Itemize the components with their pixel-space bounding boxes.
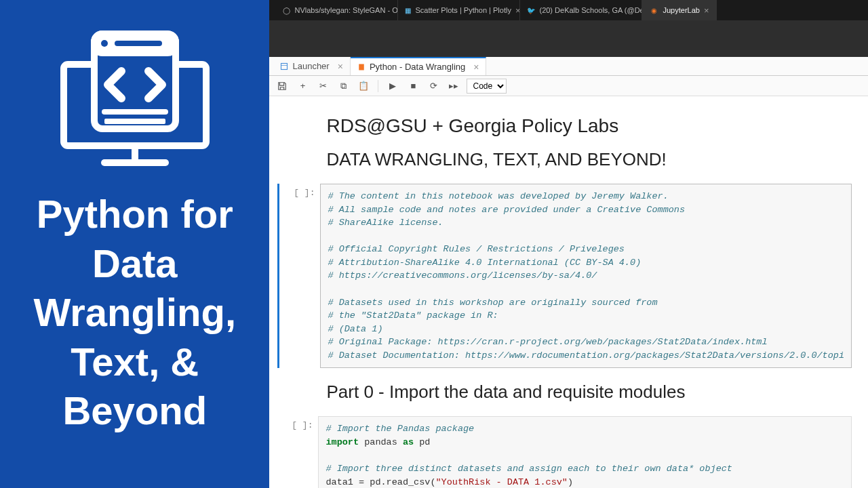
code-illustration-icon: [47, 20, 223, 176]
svg-rect-8: [104, 119, 165, 124]
browser-tab-plotly[interactable]: ▦ Scatter Plots | Python | Plotly ×: [398, 0, 520, 20]
twitter-icon: 🐦: [527, 5, 535, 15]
save-button[interactable]: [275, 79, 290, 94]
close-icon[interactable]: ×: [515, 5, 521, 16]
cell-prompt: [ ]:: [277, 416, 318, 488]
jupyter-tab-launcher[interactable]: Launcher ×: [273, 57, 350, 75]
notebook-icon: [357, 63, 366, 71]
left-promo-panel: Python for Data Wrangling, Text, & Beyon…: [0, 0, 269, 488]
browser-window: ◯ NVlabs/stylegan: StyleGAN - Off… × ▦ S…: [269, 0, 868, 488]
restart-button[interactable]: ⟳: [426, 79, 441, 94]
paste-button[interactable]: 📋: [356, 79, 371, 94]
jupyter-icon: ◉: [649, 5, 658, 15]
cell-prompt: [ ]:: [279, 184, 320, 368]
browser-tab-jupyterlab[interactable]: ◉ JupyterLab ×: [642, 0, 716, 20]
run-button[interactable]: ▶: [385, 79, 400, 94]
notebook-title: RDS@GSU + Georgia Policy Labs: [326, 115, 838, 137]
run-all-button[interactable]: ▸▸: [446, 79, 461, 94]
jupyterlab-app: Launcher × Python - Data Wrangling × + ✂…: [269, 57, 868, 488]
browser-tab-stylegan[interactable]: ◯ NVlabs/stylegan: StyleGAN - Off… ×: [276, 0, 398, 20]
jupyter-tab-strip: Launcher × Python - Data Wrangling ×: [269, 57, 868, 76]
cell-type-select[interactable]: Code: [467, 79, 507, 94]
close-icon[interactable]: ×: [473, 62, 479, 73]
markdown-cell-heading[interactable]: RDS@GSU + Georgia Policy Labs DATA WRANG…: [277, 107, 852, 178]
promo-title: Python for Data Wrangling, Text, & Beyon…: [33, 190, 236, 436]
svg-rect-11: [359, 64, 364, 70]
code-cell-1[interactable]: [ ]: # The content in this notebook was …: [277, 184, 852, 368]
notebook-body[interactable]: RDS@GSU + Georgia Policy Labs DATA WRANG…: [269, 96, 868, 488]
svg-rect-9: [281, 63, 288, 69]
section-heading: Part 0 - Import the data and requisite m…: [326, 382, 838, 403]
chart-icon: ▦: [405, 5, 411, 15]
browser-tab-strip: ◯ NVlabs/stylegan: StyleGAN - Off… × ▦ S…: [269, 0, 868, 20]
cut-button[interactable]: ✂: [315, 79, 330, 94]
notebook-toolbar: + ✂ ⧉ 📋 ▶ ■ ⟳ ▸▸ Code: [269, 76, 868, 96]
code-editor[interactable]: # Import the Pandas package import panda…: [318, 416, 852, 488]
browser-tab-twitter[interactable]: 🐦 (20) DeKalb Schools, GA (@DeK… ×: [520, 0, 642, 20]
svg-point-5: [101, 40, 108, 47]
browser-toolbar-area: [269, 20, 868, 57]
close-icon[interactable]: ×: [338, 61, 343, 72]
stop-button[interactable]: ■: [406, 79, 420, 94]
notebook-subtitle: DATA WRANGLING, TEXT, AND BEYOND!: [326, 149, 838, 170]
svg-rect-6: [115, 41, 162, 46]
github-icon: ◯: [283, 5, 290, 15]
add-cell-button[interactable]: +: [295, 79, 310, 94]
launcher-icon: [280, 62, 288, 70]
code-cell-2[interactable]: [ ]: # Import the Pandas package import …: [277, 416, 852, 488]
jupyter-tab-notebook[interactable]: Python - Data Wrangling ×: [351, 57, 487, 75]
close-icon[interactable]: ×: [704, 5, 709, 16]
copy-button[interactable]: ⧉: [336, 79, 351, 94]
code-editor[interactable]: # The content in this notebook was devel…: [320, 184, 852, 368]
markdown-cell-part0[interactable]: Part 0 - Import the data and requisite m…: [277, 373, 852, 411]
